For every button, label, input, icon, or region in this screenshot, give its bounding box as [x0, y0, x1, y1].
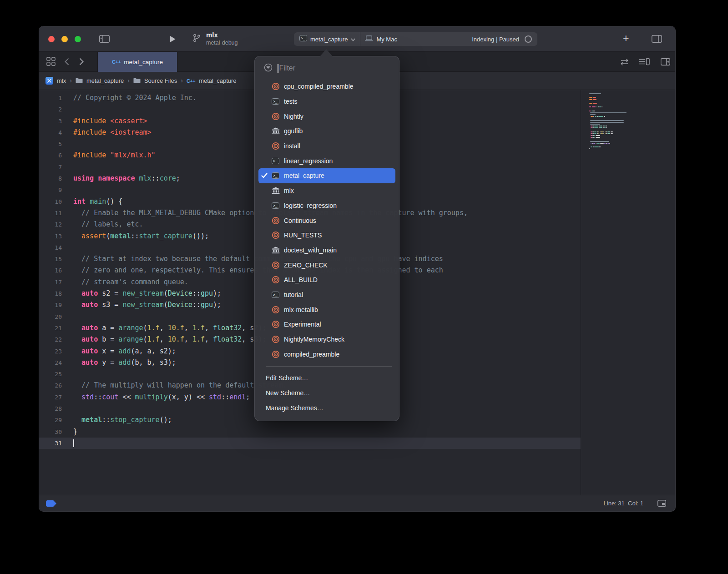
breadcrumb-group[interactable]: metal_capture: [86, 77, 124, 84]
swap-editors-icon[interactable]: [620, 58, 629, 68]
line-number[interactable]: 9: [39, 184, 62, 196]
popover-arrow: [320, 49, 333, 56]
line-number[interactable]: 2: [39, 104, 62, 115]
line-number[interactable]: 23: [39, 346, 62, 357]
tab-metal-capture[interactable]: C++ metal_capture: [97, 52, 177, 72]
minimize-button[interactable]: [61, 36, 68, 42]
code-line[interactable]: 30}: [39, 426, 581, 438]
add-editor-icon[interactable]: [661, 58, 670, 67]
scheme-item-compiled_preamble[interactable]: compiled_preamble: [258, 347, 395, 362]
line-number[interactable]: 14: [39, 242, 62, 253]
minimap-line: [589, 106, 671, 107]
scheme-item-ALL_BUILD[interactable]: ALL_BUILD: [258, 272, 395, 287]
scheme-item-cpu_compiled_preamble[interactable]: cpu_compiled_preamble: [258, 79, 395, 94]
scheme-item-gguflib[interactable]: gguflib: [258, 124, 395, 139]
minimap-line: [589, 137, 671, 138]
scheme-item-ZERO_CHECK[interactable]: ZERO_CHECK: [258, 257, 395, 272]
line-number[interactable]: 11: [39, 207, 62, 219]
minimized-panel-icon[interactable]: [657, 500, 666, 509]
scheme-item-doctest_with_main[interactable]: doctest_with_main: [258, 243, 395, 258]
editor-layout-icon[interactable]: [652, 35, 662, 45]
chevron-right-icon: ›: [70, 77, 72, 84]
related-items-grid-icon[interactable]: [46, 57, 56, 68]
scheme-item-RUN_TESTS[interactable]: RUN_TESTS: [258, 228, 395, 243]
minimap[interactable]: [589, 93, 671, 152]
line-number[interactable]: 27: [39, 392, 62, 403]
breakpoints-toggle[interactable]: [46, 500, 56, 507]
line-number[interactable]: 10: [39, 196, 62, 207]
scheme-item-mlx[interactable]: mlx: [258, 183, 395, 198]
scheme-item-label: compiled_preamble: [284, 351, 339, 358]
line-number[interactable]: 7: [39, 161, 62, 173]
scheme-item-tests[interactable]: >_tests: [258, 94, 395, 109]
line-number[interactable]: 30: [39, 426, 62, 438]
sidebar-toggle-icon[interactable]: [99, 35, 110, 45]
zoom-button[interactable]: [75, 36, 81, 42]
scheme-item-logistic_regression[interactable]: >_logistic_regression: [258, 198, 395, 213]
line-number[interactable]: 4: [39, 127, 62, 138]
code-text: [62, 438, 74, 449]
scheme-item-Nightly[interactable]: Nightly: [258, 109, 395, 124]
code-text: assert(metal::start_capture());: [62, 231, 209, 242]
line-number[interactable]: 18: [39, 288, 62, 299]
folder-icon: [76, 77, 83, 85]
line-number[interactable]: 6: [39, 150, 62, 161]
scheme-filter-field[interactable]: Filter: [255, 56, 399, 77]
code-text: [62, 242, 73, 253]
scheme-item-linear_regression[interactable]: >_linear_regression: [258, 153, 395, 168]
line-number[interactable]: 16: [39, 265, 62, 276]
svg-text:>_: >_: [273, 293, 278, 297]
line-number[interactable]: 17: [39, 277, 62, 288]
navigate-back-icon[interactable]: [65, 58, 69, 67]
line-number[interactable]: 31: [39, 438, 62, 449]
scheme-item-Experimental[interactable]: Experimental: [258, 317, 395, 332]
minimap-line: [589, 141, 671, 142]
scheme-item-Continuous[interactable]: Continuous: [258, 213, 395, 228]
menu-action-edit-scheme-[interactable]: Edit Scheme…: [255, 370, 399, 385]
activity-status[interactable]: Indexing | Paused: [472, 36, 519, 43]
target-icon: [272, 231, 284, 239]
line-number[interactable]: 22: [39, 334, 62, 345]
line-number[interactable]: 13: [39, 231, 62, 242]
breadcrumb-project[interactable]: mlx: [57, 77, 66, 84]
project-icon: [46, 77, 53, 85]
line-number[interactable]: 5: [39, 138, 62, 150]
line-number[interactable]: 3: [39, 116, 62, 127]
line-number[interactable]: 24: [39, 357, 62, 368]
breadcrumb-source-files[interactable]: Source Files: [144, 77, 177, 84]
scheme-item-label: tests: [284, 98, 298, 105]
breadcrumb-file[interactable]: metal_capture: [199, 77, 236, 84]
new-tab-button[interactable]: +: [623, 32, 629, 45]
code-line[interactable]: 31: [39, 438, 581, 449]
line-number[interactable]: 15: [39, 253, 62, 265]
menu-action-manage-schemes-[interactable]: Manage Schemes…: [255, 400, 399, 415]
minimap-line: [589, 131, 671, 132]
active-scheme-button[interactable]: metal_capture: [310, 36, 348, 43]
destination-button[interactable]: My Mac: [376, 36, 397, 43]
editor-options-icon[interactable]: [639, 58, 650, 68]
line-number[interactable]: 26: [39, 380, 62, 391]
code-text: // stream's command queue.: [62, 277, 188, 288]
scheme-item-tutorial[interactable]: >_tutorial: [258, 287, 395, 302]
line-number[interactable]: 28: [39, 403, 62, 414]
menu-action-new-scheme-[interactable]: New Scheme…: [255, 385, 399, 400]
run-button[interactable]: [170, 35, 176, 45]
scheme-item-mlx-metallib[interactable]: mlx-metallib: [258, 302, 395, 317]
line-number[interactable]: 29: [39, 414, 62, 426]
line-number[interactable]: 20: [39, 311, 62, 322]
line-number[interactable]: 19: [39, 299, 62, 311]
navigate-forward-icon[interactable]: [79, 58, 84, 67]
line-number[interactable]: 8: [39, 173, 62, 184]
scheme-item-install[interactable]: install: [258, 139, 395, 154]
scheme-item-metal_capture[interactable]: >_metal_capture: [258, 168, 395, 183]
minimap-line: [589, 127, 671, 128]
line-number[interactable]: 21: [39, 322, 62, 334]
chevron-right-icon: ›: [181, 77, 183, 84]
chevron-down-icon[interactable]: [351, 35, 355, 43]
line-number[interactable]: 12: [39, 219, 62, 230]
close-button[interactable]: [48, 36, 55, 42]
minimap-line: [589, 126, 671, 126]
line-number[interactable]: 25: [39, 368, 62, 380]
line-number[interactable]: 1: [39, 92, 62, 104]
scheme-item-NightlyMemoryCheck[interactable]: NightlyMemoryCheck: [258, 332, 395, 347]
